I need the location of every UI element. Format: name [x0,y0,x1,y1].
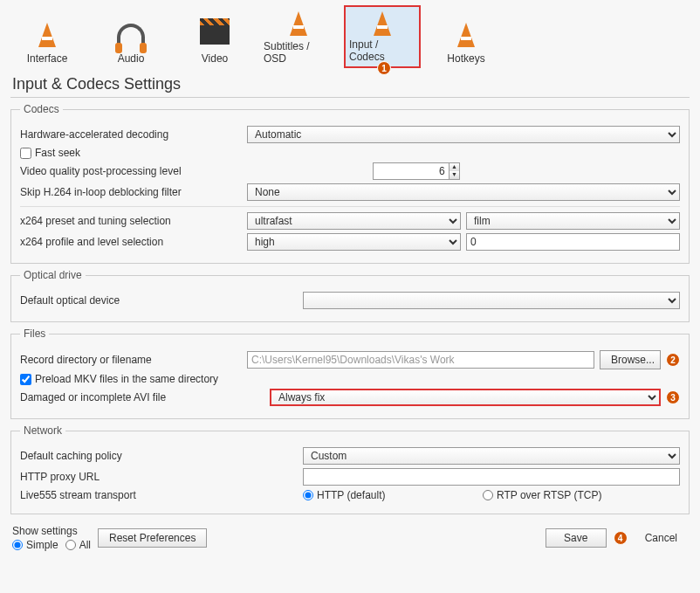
nav-video[interactable]: Video [176,5,253,68]
record-dir-label: Record directory or filename [20,354,242,366]
show-simple-radio[interactable]: Simple [12,539,58,551]
network-group: Network Default caching policy Custom HT… [10,424,690,514]
x264-preset-select[interactable]: ultrafast [247,212,461,230]
settings-scroll: Codecs Hardware-accelerated decoding Aut… [0,103,700,514]
hotkeys-icon [448,19,484,51]
callout-badge-1: 1 [377,61,391,75]
x264-profile-label: x264 profile and level selection [20,236,242,248]
nav-label: Subtitles / OSD [264,40,333,65]
nav-interface[interactable]: Interface [9,5,86,68]
damaged-avi-label: Damaged or incomplete AVI file [20,391,264,403]
show-settings-label: Show settings [12,525,91,537]
files-group: Files Record directory or filename Brows… [10,328,690,419]
caching-select[interactable]: Custom [303,447,680,465]
optical-legend: Optical drive [20,269,86,281]
hw-decode-select[interactable]: Automatic [247,126,680,143]
live555-rtp-input[interactable] [483,490,493,500]
page-title: Input & Codecs Settings [0,68,700,97]
proxy-label: HTTP proxy URL [20,471,298,483]
show-simple-input[interactable] [12,540,23,550]
optical-group: Optical drive Default optical device [10,269,690,322]
save-button[interactable]: Save [546,528,607,548]
preload-mkv-label: Preload MKV files in the same directory [35,373,218,385]
vq-down-icon[interactable]: ▼ [450,171,459,179]
live555-label: Live555 stream transport [20,489,298,501]
callout-badge-2: 2 [666,353,680,367]
live555-rtp-radio[interactable]: RTP over RTSP (TCP) [483,489,601,501]
preload-mkv-checkbox[interactable]: Preload MKV files in the same directory [20,373,218,385]
hw-decode-label: Hardware-accelerated decoding [20,128,242,141]
live555-http-input[interactable] [303,490,313,500]
codecs-group: Codecs Hardware-accelerated decoding Aut… [10,103,690,264]
live555-rtp-label: RTP over RTSP (TCP) [497,489,601,501]
codecs-subseparator [20,206,680,207]
damaged-avi-select[interactable]: Always fix [270,389,661,406]
reset-preferences-button[interactable]: Reset Preferences [98,528,207,548]
fast-seek-label: Fast seek [35,147,80,159]
show-settings-group: Show settings Simple All [12,525,91,551]
x264-tuning-select[interactable]: film [466,212,680,230]
title-separator [10,97,690,98]
subtitles-icon [280,9,317,38]
live555-http-radio[interactable]: HTTP (default) [303,489,477,501]
x264-level-input[interactable] [466,233,680,251]
fast-seek-input[interactable] [20,148,31,159]
caching-label: Default caching policy [20,450,298,462]
nav-label: Hotkeys [447,52,484,65]
codecs-legend: Codecs [20,103,63,115]
input-codecs-icon [364,10,401,37]
live555-http-label: HTTP (default) [317,489,385,501]
nav-audio[interactable]: Audio [93,5,169,68]
nav-hotkeys[interactable]: Hotkeys [428,5,504,68]
nav-input-codecs[interactable]: Input / Codecs 1 [344,5,421,68]
browse-button[interactable]: Browse... [600,350,661,369]
record-dir-input[interactable] [247,351,594,369]
video-icon [196,19,233,51]
nav-subtitles[interactable]: Subtitles / OSD [260,5,337,68]
nav-label: Interface [27,52,68,65]
nav-label: Video [202,52,228,65]
callout-badge-3: 3 [666,390,680,404]
callout-badge-4: 4 [614,531,628,545]
vq-up-icon[interactable]: ▲ [450,163,459,171]
skip-deblock-label: Skip H.264 in-loop deblocking filter [20,186,242,198]
footer: Show settings Simple All Reset Preferenc… [0,520,700,560]
cancel-button[interactable]: Cancel [635,528,688,548]
optical-device-label: Default optical device [20,294,298,307]
optical-device-select[interactable] [303,292,680,309]
x264-profile-select[interactable]: high [247,233,461,251]
show-all-input[interactable] [65,540,76,550]
x264-preset-label: x264 preset and tuning selection [20,215,242,227]
top-nav: Interface Audio Video Subtitles / OSD In… [0,0,700,68]
proxy-input[interactable] [303,468,680,486]
vq-input[interactable] [373,162,450,180]
vq-spinner[interactable]: ▲▼ [373,162,460,180]
preload-mkv-input[interactable] [20,374,31,385]
nav-label: Input / Codecs [349,38,415,63]
interface-icon [29,19,65,51]
files-legend: Files [20,328,49,340]
audio-icon [113,19,149,51]
skip-deblock-select[interactable]: None [247,183,680,201]
nav-label: Audio [118,52,145,65]
show-all-radio[interactable]: All [65,539,91,551]
network-legend: Network [20,424,65,437]
fast-seek-checkbox[interactable]: Fast seek [20,147,80,159]
vq-label: Video quality post-processing level [20,165,242,177]
